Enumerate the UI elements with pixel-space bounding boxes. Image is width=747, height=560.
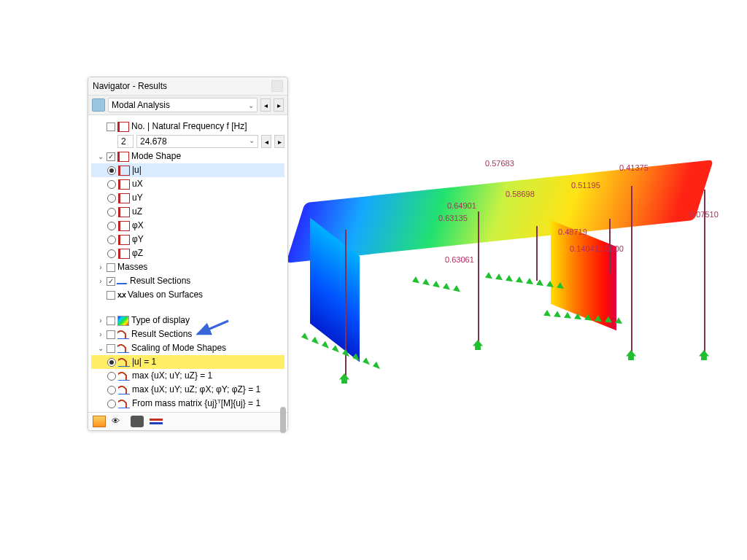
flag-icon[interactable] <box>150 419 163 424</box>
node-value: 0.58698 <box>506 190 535 198</box>
support-icon <box>626 350 636 360</box>
tree-item-masses[interactable]: › Masses <box>91 260 285 274</box>
tree-item-type-of-display[interactable]: › Type of display <box>91 314 285 327</box>
node-value: 0.41375 <box>619 163 649 172</box>
value-icon <box>118 221 130 231</box>
caret-icon[interactable]: › <box>97 328 104 341</box>
radio[interactable] <box>107 208 116 217</box>
analysis-icon <box>92 98 105 112</box>
tree-label: Scaling of Mode Shapes <box>131 342 226 354</box>
column <box>631 186 632 354</box>
view-new-icon[interactable] <box>93 416 106 427</box>
section-icon <box>117 279 129 284</box>
value-icon <box>117 122 129 132</box>
option-label: |u| <box>132 164 142 176</box>
value-icon <box>118 179 130 190</box>
radio[interactable] <box>107 180 116 189</box>
option-label: max {uX; uY; uZ; φX; φY; φZ} = 1 <box>132 384 260 396</box>
mode-shape-option-ux[interactable]: uX <box>91 177 285 191</box>
values-icon: x.x <box>117 289 125 301</box>
scaling-option-u1[interactable]: |u| = 1 <box>91 355 285 369</box>
tree-label: Masses <box>117 261 147 273</box>
mode-shape-option-phiy[interactable]: φY <box>91 233 285 246</box>
node-value: 0.07510 <box>689 210 719 219</box>
radio[interactable] <box>107 249 116 258</box>
frequency-field[interactable]: 24.678 ⌄ <box>136 135 258 148</box>
wave-icon <box>118 400 130 408</box>
caret-icon[interactable]: ⌄ <box>97 150 104 163</box>
node-value: 1.00000 <box>595 244 624 253</box>
mode-shape-option-u[interactable]: |u| <box>91 163 285 177</box>
radio[interactable] <box>107 166 116 175</box>
wave-icon <box>118 358 130 367</box>
checkbox[interactable] <box>107 263 115 272</box>
next-mode-button[interactable]: ▸ <box>274 135 285 148</box>
tree-item-values-on-surfaces[interactable]: x.x Values on Surfaces <box>91 288 285 302</box>
option-label: uY <box>132 192 143 204</box>
mode-shape-option-uy[interactable]: uY <box>91 191 285 205</box>
tree-item-natural-frequency[interactable]: No. | Natural Frequency f [Hz] <box>91 120 285 133</box>
next-button[interactable]: ▸ <box>274 98 284 112</box>
radio[interactable] <box>107 194 116 203</box>
support-row <box>412 276 460 295</box>
radio[interactable] <box>107 222 116 230</box>
panel-title: Navigator - Results <box>93 81 167 91</box>
mode-shape-option-uz[interactable]: uZ <box>91 205 285 219</box>
tree-item-result-sections[interactable]: › Result Sections <box>91 274 285 288</box>
support-icon <box>339 373 349 384</box>
radio[interactable] <box>107 372 116 381</box>
value-icon <box>118 193 130 203</box>
close-icon[interactable] <box>271 80 283 92</box>
scrollbar-thumb[interactable] <box>280 407 286 433</box>
mode-number-field[interactable]: 2 <box>117 135 133 148</box>
checkbox[interactable] <box>107 152 115 161</box>
radio[interactable] <box>107 400 116 408</box>
checkbox[interactable] <box>107 316 115 325</box>
caret-icon[interactable]: ⌄ <box>97 342 104 354</box>
node-value: 0.48719 <box>558 228 587 236</box>
scaling-option-maxu[interactable]: max {uX; uY; uZ} = 1 <box>91 369 285 383</box>
caret-icon[interactable]: › <box>97 314 104 327</box>
option-label: φZ <box>132 247 143 260</box>
caret-icon[interactable]: › <box>97 275 104 287</box>
node-value: 0.64901 <box>447 201 476 210</box>
prev-mode-button[interactable]: ◂ <box>261 135 271 148</box>
chevron-down-icon: ⌄ <box>248 101 254 109</box>
model-viewport[interactable]: 0.57683 0.41375 0.51195 0.58698 0.64901 … <box>266 117 733 394</box>
panel-titlebar[interactable]: Navigator - Results <box>88 77 287 96</box>
tree-item-scaling-mode-shapes[interactable]: ⌄ Scaling of Mode Shapes <box>91 341 285 355</box>
radio[interactable] <box>107 358 116 367</box>
deck-surface <box>286 160 713 263</box>
tree-label: Result Sections <box>130 275 190 287</box>
checkbox[interactable] <box>107 291 115 300</box>
caret-icon[interactable]: › <box>97 261 104 273</box>
checkbox[interactable] <box>107 330 115 339</box>
wave-icon <box>118 386 130 394</box>
tree-label: Result Sections <box>131 328 192 341</box>
eye-icon[interactable] <box>112 416 125 427</box>
radio[interactable] <box>107 236 116 244</box>
camera-icon[interactable] <box>131 416 144 427</box>
svg-line-0 <box>198 321 228 334</box>
tree-label: Values on Surfaces <box>128 289 203 301</box>
scaling-option-maxuphi[interactable]: max {uX; uY; uZ; φX; φY; φZ} = 1 <box>91 383 285 397</box>
frequency-value: 24.678 <box>140 136 167 147</box>
radio[interactable] <box>107 386 116 394</box>
checkbox[interactable] <box>107 344 115 353</box>
tree-item-mode-shape[interactable]: ⌄ Mode Shape <box>91 149 285 163</box>
node-value: 0.51195 <box>571 181 600 190</box>
tree-label: Mode Shape <box>131 150 181 163</box>
checkbox[interactable] <box>107 122 115 131</box>
prev-button[interactable]: ◂ <box>260 98 271 112</box>
option-label: φY <box>132 233 144 246</box>
support-icon <box>699 350 709 360</box>
checkbox[interactable] <box>107 277 115 286</box>
analysis-dropdown[interactable]: Modal Analysis ⌄ <box>108 98 258 112</box>
wave-icon <box>118 372 130 381</box>
navigator-results-panel: Navigator - Results Modal Analysis ⌄ ◂ ▸… <box>88 77 288 431</box>
mode-shape-option-phiz[interactable]: φZ <box>91 246 285 260</box>
tree-item-display-result-sections[interactable]: › Result Sections <box>91 327 285 341</box>
scaling-option-mass-matrix[interactable]: From mass matrix {uj}ᵀ[M]{uj} = 1 <box>91 397 285 411</box>
value-icon <box>118 235 130 245</box>
mode-shape-option-phix[interactable]: φX <box>91 219 285 233</box>
